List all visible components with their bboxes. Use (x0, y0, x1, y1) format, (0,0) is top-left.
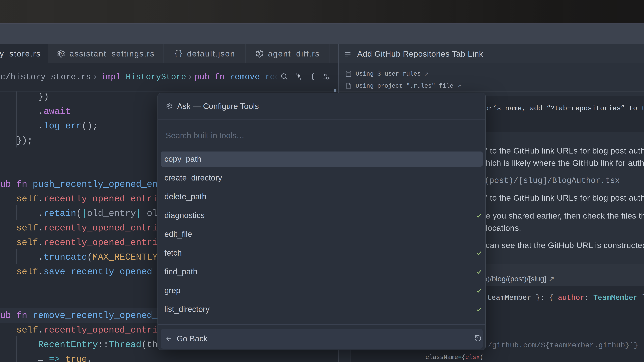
svg-text:R: R (258, 51, 262, 56)
svg-text:R: R (59, 51, 63, 56)
